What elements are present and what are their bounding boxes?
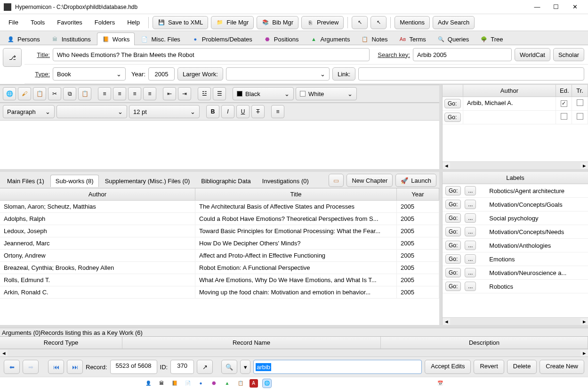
list-unordered-icon[interactable]: ☰: [213, 87, 226, 100]
bg-color-select[interactable]: White⌄: [296, 87, 357, 100]
tab-problems-debates[interactable]: ●Problems/Debates: [186, 32, 258, 45]
go-button[interactable]: Go:: [444, 113, 461, 122]
tab-investigations[interactable]: Investigations (0): [257, 175, 314, 187]
mini-terms-icon[interactable]: A: [250, 379, 258, 388]
tab-bib-data[interactable]: Bibliographic Data: [196, 175, 256, 187]
search-key-input[interactable]: [413, 48, 512, 61]
back-button[interactable]: ⬅: [4, 360, 20, 374]
go-button[interactable]: Go:: [445, 241, 461, 250]
mini-arguments-icon[interactable]: ▲: [223, 379, 232, 388]
cut-icon[interactable]: ✂: [48, 87, 61, 100]
bold-button[interactable]: B: [206, 105, 219, 118]
align-right-icon[interactable]: ≡: [128, 87, 141, 100]
bib-mgr-button[interactable]: 📚Bib Mgr: [257, 16, 298, 29]
indent-icon[interactable]: ⇥: [178, 87, 191, 100]
scrollbar[interactable]: ◂▸: [0, 349, 588, 357]
paste2-icon[interactable]: 📋: [78, 87, 91, 100]
subwork-row[interactable]: Ledoux, JosephToward Basic Principles fo…: [0, 225, 439, 237]
year-input[interactable]: [148, 67, 175, 81]
align-center2-icon[interactable]: ≡: [271, 105, 284, 118]
more-button[interactable]: ...: [465, 241, 476, 250]
mini-persons-icon[interactable]: 👤: [144, 379, 153, 388]
font-select[interactable]: ⌄: [56, 105, 127, 118]
subwork-row[interactable]: Breazeal, Cynthia; Brooks, Rodney AllenR…: [0, 262, 439, 274]
underline-button[interactable]: U: [236, 105, 250, 118]
italic-button[interactable]: I: [221, 105, 234, 118]
go-button[interactable]: Go:: [445, 227, 461, 236]
mini-works-icon[interactable]: 📙: [170, 379, 179, 388]
label-row[interactable]: Go:...Social psychology: [443, 211, 588, 225]
search-dropdown[interactable]: ▾: [240, 360, 250, 374]
strike-button[interactable]: T: [251, 105, 265, 118]
label-row[interactable]: Go:...Robotics/Agent architecture: [443, 184, 588, 198]
mini-files-icon[interactable]: 📄: [184, 379, 192, 388]
tab-main-files[interactable]: Main Files (1): [2, 175, 49, 187]
minimize-button[interactable]: —: [528, 0, 547, 14]
tab-records-listing[interactable]: Records listing this as a Key Work (6): [40, 329, 143, 336]
outdent-icon[interactable]: ⇤: [163, 87, 176, 100]
label-row[interactable]: Go:...Emotions: [443, 252, 588, 266]
first-button[interactable]: ⏮: [48, 360, 64, 374]
go-button[interactable]: Go:: [445, 268, 461, 277]
mini-calendar-icon[interactable]: 📅: [436, 379, 444, 388]
search-input[interactable]: arbib: [253, 360, 422, 374]
image-button[interactable]: ▭: [329, 174, 344, 187]
subwork-row[interactable]: Rolls, Edmund T.What Are Emotions, Why D…: [0, 274, 439, 286]
title-input[interactable]: [53, 48, 370, 61]
last-button[interactable]: ⏭: [67, 360, 83, 374]
ed-checkbox[interactable]: ✓: [561, 100, 567, 107]
mini-problems-icon[interactable]: ●: [197, 379, 205, 388]
menu-tools[interactable]: Tools: [26, 17, 49, 28]
file-mgr-button[interactable]: 📁File Mgr: [211, 16, 254, 29]
list-ordered-icon[interactable]: ☳: [198, 87, 211, 100]
tab-misc-files[interactable]: 📄Misc. Files: [136, 32, 185, 45]
more-button[interactable]: ...: [465, 213, 476, 223]
larger-work-button[interactable]: Larger Work:: [177, 67, 223, 81]
more-button[interactable]: ...: [465, 186, 476, 195]
align-left-icon[interactable]: ≡: [98, 87, 111, 100]
more-button[interactable]: ...: [465, 268, 476, 277]
tab-persons[interactable]: 👤Persons: [2, 32, 45, 45]
scrollbar[interactable]: ◂▸: [443, 317, 588, 325]
go-button[interactable]: Go:: [445, 186, 461, 195]
menu-folders[interactable]: Folders: [90, 17, 120, 28]
search-button[interactable]: 🔍: [221, 360, 237, 374]
link-button[interactable]: Link:: [332, 67, 355, 81]
align-center-icon[interactable]: ≡: [113, 87, 126, 100]
save-xml-button[interactable]: 💾Save to XML: [153, 16, 208, 29]
worldcat-button[interactable]: WorldCat: [515, 48, 550, 61]
label-row[interactable]: Go:...Motivation/Concepts/Needs: [443, 225, 588, 239]
style-select[interactable]: Paragraph⌄: [3, 105, 55, 118]
launch-button[interactable]: 🚀Launch: [395, 174, 436, 187]
go-button[interactable]: Go:: [445, 200, 461, 209]
link-input[interactable]: [358, 67, 584, 81]
new-chapter-button[interactable]: New Chapter: [346, 174, 393, 187]
scrollbar[interactable]: ◂▸: [443, 162, 588, 169]
mentions-button[interactable]: Mentions: [395, 16, 430, 29]
larger-work-select[interactable]: ⌄: [226, 67, 330, 81]
go-button[interactable]: Go:: [445, 213, 461, 223]
create-new-button[interactable]: Create New: [540, 360, 584, 374]
menu-file[interactable]: File: [4, 17, 23, 28]
copy-icon[interactable]: ⧉: [63, 87, 76, 100]
forward-button[interactable]: ➡: [23, 360, 39, 374]
clear-format-icon[interactable]: 🖌: [18, 87, 31, 100]
tab-arguments[interactable]: Arguments (0): [2, 329, 40, 336]
label-row[interactable]: Go:...Motivation/Anthologies: [443, 239, 588, 252]
tab-notes[interactable]: 📋Notes: [356, 32, 393, 45]
tab-sub-works[interactable]: Sub-works (8): [50, 175, 99, 187]
maximize-button[interactable]: ☐: [547, 0, 565, 14]
tr-checkbox[interactable]: [577, 99, 583, 106]
author-row[interactable]: Go:Arbib, Michael A.✓: [443, 97, 588, 111]
tab-positions[interactable]: ⬣Positions: [258, 32, 304, 45]
subwork-row[interactable]: Jeannerod, MarcHow Do We Decipher Others…: [0, 237, 439, 250]
label-row[interactable]: Go:...Motivation/Concepts/Goals: [443, 198, 588, 211]
tab-terms[interactable]: AвTerms: [394, 32, 431, 45]
subwork-row[interactable]: Arkin, Ronald C.Moving up the food chain…: [0, 286, 439, 299]
mini-notes-icon[interactable]: 📋: [236, 379, 245, 388]
fg-color-select[interactable]: Black⌄: [233, 87, 294, 100]
more-button[interactable]: ...: [465, 282, 476, 291]
subwork-row[interactable]: Adolphs, RalphCould a Robot Have Emotion…: [0, 213, 439, 225]
ed-checkbox[interactable]: [561, 113, 567, 120]
subwork-row[interactable]: Ortony, AndrewAffect and Proto-Affect in…: [0, 250, 439, 262]
